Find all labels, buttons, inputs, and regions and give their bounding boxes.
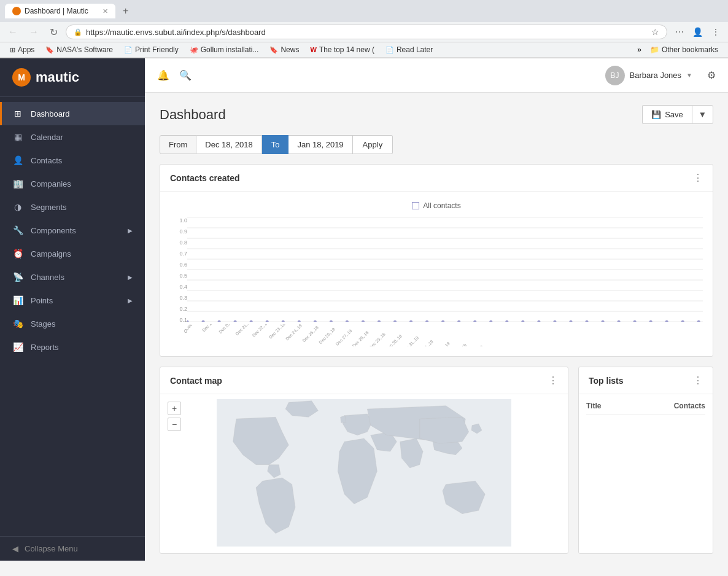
contact-map-widget: Contact map ⋮ + − (160, 367, 568, 554)
user-menu[interactable]: BJ Barbara Jones ▼ (605, 66, 692, 85)
sidebar-item-contacts[interactable]: 👤 Contacts (0, 149, 145, 172)
map-zoom-in-button[interactable]: + (168, 402, 181, 415)
address-bar[interactable]: 🔒 https://mautic.envs.subut.ai/index.php… (66, 25, 667, 39)
collapse-menu-button[interactable]: ◀ Collapse Menu (0, 536, 145, 561)
bookmark-top14-label: The top 14 new ( (319, 45, 374, 54)
x-label-14: Jan 1,.19 (419, 340, 434, 346)
browser-toolbar: ← → ↻ 🔒 https://mautic.envs.subut.ai/ind… (0, 22, 728, 42)
save-dropdown-button[interactable]: ▼ (692, 105, 713, 124)
sidebar-item-contacts-label: Contacts (31, 156, 62, 165)
gear-icon[interactable]: ⚙ (707, 69, 716, 81)
sidebar-item-companies-label: Companies (31, 179, 71, 189)
search-icon[interactable]: 🔍 (179, 69, 192, 81)
sidebar-item-points[interactable]: 📊 Points ▶ (0, 289, 145, 312)
svg-point-28 (457, 321, 460, 322)
top14-bookmark-icon: W (310, 46, 316, 53)
svg-point-24 (393, 321, 397, 322)
sidebar-item-dashboard[interactable]: ⊞ Dashboard (0, 102, 145, 125)
svg-point-37 (602, 321, 605, 322)
calendar-nav-icon: ▦ (12, 131, 23, 142)
bookmark-apps[interactable]: ⊞ Apps (5, 44, 39, 55)
components-nav-icon: 🔧 (12, 225, 23, 236)
browser-tab[interactable]: Dashboard | Mautic ✕ (5, 4, 115, 18)
y-label-02: 0.2 (170, 306, 187, 312)
sidebar-item-campaigns[interactable]: ⏰ Campaigns (0, 242, 145, 265)
sidebar-item-channels-label: Channels (31, 273, 64, 282)
star-icon[interactable]: ☆ (651, 27, 659, 37)
sidebar-item-stages[interactable]: 🎭 Stages (0, 312, 145, 335)
bookmark-read-later[interactable]: 📄 Read Later (381, 44, 438, 55)
sidebar-item-calendar[interactable]: ▦ Calendar (0, 125, 145, 149)
browser-chrome: Dashboard | Mautic ✕ + ← → ↻ 🔒 https://m… (0, 0, 728, 58)
x-label-3: Dec 21,.18 (234, 324, 252, 336)
from-date[interactable]: Dec 18, 2018 (196, 135, 261, 154)
contacts-widget-menu-icon[interactable]: ⋮ (693, 172, 703, 184)
collapse-icon: ◀ (12, 544, 18, 553)
sidebar-item-segments[interactable]: ◑ Segments (0, 195, 145, 219)
save-button[interactable]: 💾 Save (642, 105, 692, 124)
bookmark-print-friendly[interactable]: 📄 Print Friendly (119, 44, 184, 55)
contact-map-title: Contact map (170, 376, 548, 386)
y-axis: 1.0 0.9 0.8 0.7 0.6 0.5 0.4 0.3 0.2 0.1 … (170, 217, 187, 346)
contacts-created-widget: Contacts created ⋮ All contacts 1.0 0.9 (160, 164, 713, 357)
new-tab-button[interactable]: + (119, 4, 132, 18)
page-content: Dashboard 💾 Save ▼ From Dec 18, 2018 To … (145, 93, 728, 561)
close-tab-button[interactable]: ✕ (103, 7, 108, 15)
top-lists-body: Title Contacts (579, 394, 713, 422)
x-label-0: Dec 18,.18 (187, 324, 203, 331)
svg-point-42 (681, 321, 684, 322)
refresh-button[interactable]: ↻ (47, 25, 61, 39)
svg-point-15 (250, 321, 253, 322)
from-label: From (160, 135, 196, 154)
contact-map-header: Contact map ⋮ (160, 367, 568, 394)
to-date[interactable]: Jan 18, 2019 (288, 135, 352, 154)
bookmark-gollum[interactable]: 🐙 Gollum installati... (185, 44, 264, 55)
bookmark-news[interactable]: 🔖 News (265, 44, 304, 55)
contact-map-menu-icon[interactable]: ⋮ (548, 375, 558, 386)
x-label-8: Dec 26,.18 (318, 327, 336, 344)
sidebar-item-channels[interactable]: 📡 Channels ▶ (0, 265, 145, 289)
top-lists-table-header: Title Contacts (586, 402, 705, 414)
sidebar-item-stages-label: Stages (31, 319, 55, 329)
topbar-icons: 🔔 🔍 (157, 69, 598, 81)
bookmark-print-label: Print Friendly (135, 45, 179, 54)
bookmarks-more-icon[interactable]: » (637, 45, 641, 54)
map-zoom-out-button[interactable]: − (168, 418, 181, 431)
svg-point-25 (409, 321, 412, 322)
x-label-13: Dec 31,.18 (401, 335, 419, 346)
y-label-04: 0.4 (170, 284, 187, 290)
reports-nav-icon: 📈 (12, 341, 23, 352)
x-label-1: Dec 19,.18 (201, 324, 219, 333)
apply-button[interactable]: Apply (353, 135, 393, 154)
x-label-2: Dec 20,.18 (218, 324, 236, 334)
bookmark-nasa[interactable]: 🔖 NASA's Software (41, 44, 118, 55)
bookmark-nasa-label: NASA's Software (56, 45, 113, 54)
top-lists-menu-icon[interactable]: ⋮ (693, 375, 703, 386)
chart-svg (187, 217, 703, 322)
save-icon: 💾 (651, 110, 661, 119)
profile-button[interactable]: 👤 (689, 25, 706, 39)
extensions-button[interactable]: ⋯ (672, 25, 687, 39)
logo-text: mautic (36, 69, 79, 85)
x-label-11: Dec 29,.18 (368, 332, 386, 346)
bookmark-top14[interactable]: W The top 14 new ( (305, 44, 379, 55)
x-label-4: Dec 22,.18 (252, 324, 269, 338)
forward-button[interactable]: → (26, 25, 42, 39)
x-label-15: Jan 2,.19 (435, 341, 451, 346)
bookmark-other[interactable]: 📁 Other bookmarks (645, 44, 723, 55)
sidebar-logo: M mautic (0, 58, 145, 97)
x-label-12: Dec 30,.18 (385, 333, 403, 346)
back-button[interactable]: ← (5, 25, 21, 39)
y-label-03: 0.3 (170, 295, 187, 301)
sidebar-item-reports[interactable]: 📈 Reports (0, 335, 145, 359)
bell-icon[interactable]: 🔔 (157, 69, 169, 81)
sidebar: M mautic ⊞ Dashboard ▦ Calendar 👤 Contac… (0, 58, 145, 561)
svg-point-34 (553, 321, 556, 322)
sidebar-item-components[interactable]: 🔧 Components ▶ (0, 219, 145, 242)
sidebar-item-companies[interactable]: 🏢 Companies (0, 172, 145, 195)
sidebar-nav: ⊞ Dashboard ▦ Calendar 👤 Contacts 🏢 Comp… (0, 97, 145, 536)
y-label-08: 0.8 (170, 239, 187, 246)
bookmark-apps-label: Apps (18, 45, 34, 54)
y-label-01: 0.1 (170, 317, 187, 323)
menu-button[interactable]: ⋮ (708, 25, 723, 39)
